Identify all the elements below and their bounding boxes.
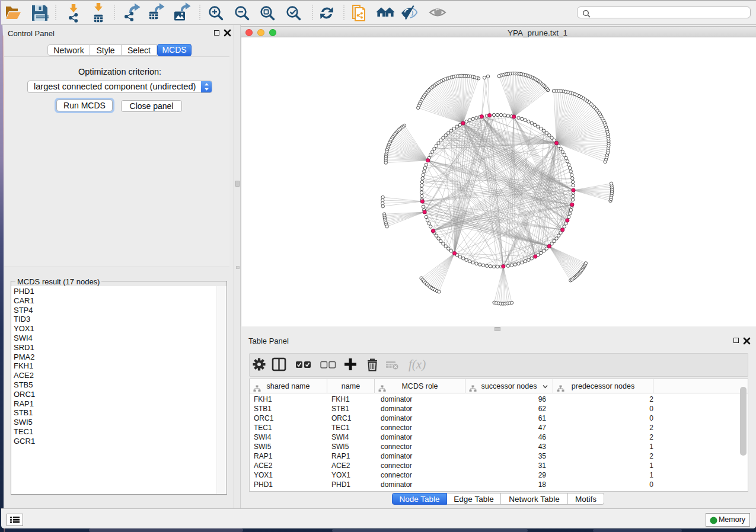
svg-text:f(x): f(x): [409, 357, 426, 371]
